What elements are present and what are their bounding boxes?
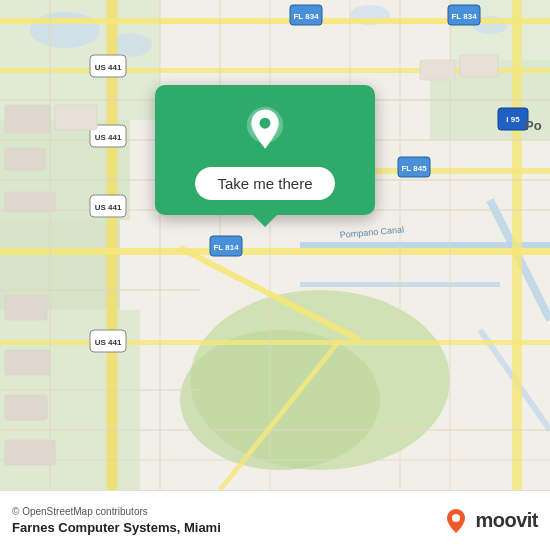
svg-rect-65 <box>5 192 55 212</box>
svg-rect-66 <box>5 295 47 320</box>
svg-rect-69 <box>5 440 55 465</box>
svg-text:I 95: I 95 <box>506 115 520 124</box>
svg-text:FL 814: FL 814 <box>213 243 239 252</box>
svg-point-75 <box>452 514 460 522</box>
moovit-logo: moovit <box>442 507 538 535</box>
map-background: US 441 US 441 US 441 US 441 FL 834 FL 83… <box>0 0 550 490</box>
svg-rect-70 <box>420 60 455 80</box>
svg-text:FL 834: FL 834 <box>293 12 319 21</box>
svg-rect-24 <box>512 0 522 490</box>
svg-rect-64 <box>55 105 97 130</box>
map-container: US 441 US 441 US 441 US 441 FL 834 FL 83… <box>0 0 550 490</box>
svg-text:US 441: US 441 <box>95 338 122 347</box>
attribution-text: © OpenStreetMap contributors <box>12 506 221 517</box>
svg-rect-21 <box>0 248 550 255</box>
svg-text:Po: Po <box>525 118 542 133</box>
svg-rect-22 <box>0 340 550 345</box>
svg-rect-68 <box>5 395 47 420</box>
location-popup: Take me there <box>155 85 375 215</box>
svg-rect-62 <box>5 105 50 133</box>
footer-bar: © OpenStreetMap contributors Farnes Comp… <box>0 490 550 550</box>
svg-text:FL 834: FL 834 <box>451 12 477 21</box>
moovit-brand-text: moovit <box>475 509 538 532</box>
take-me-there-button[interactable]: Take me there <box>195 167 334 200</box>
svg-rect-71 <box>460 55 498 77</box>
svg-point-74 <box>260 118 271 129</box>
svg-text:US 441: US 441 <box>95 133 122 142</box>
svg-point-13 <box>30 12 100 48</box>
svg-rect-63 <box>5 148 45 170</box>
footer-info: © OpenStreetMap contributors Farnes Comp… <box>12 506 221 535</box>
svg-text:US 441: US 441 <box>95 63 122 72</box>
svg-text:US 441: US 441 <box>95 203 122 212</box>
pin-icon <box>240 105 290 155</box>
svg-point-6 <box>180 330 380 470</box>
location-label: Farnes Computer Systems, Miami <box>12 520 221 535</box>
svg-text:FL 845: FL 845 <box>401 164 427 173</box>
moovit-logo-icon <box>442 507 470 535</box>
svg-rect-67 <box>5 350 50 375</box>
